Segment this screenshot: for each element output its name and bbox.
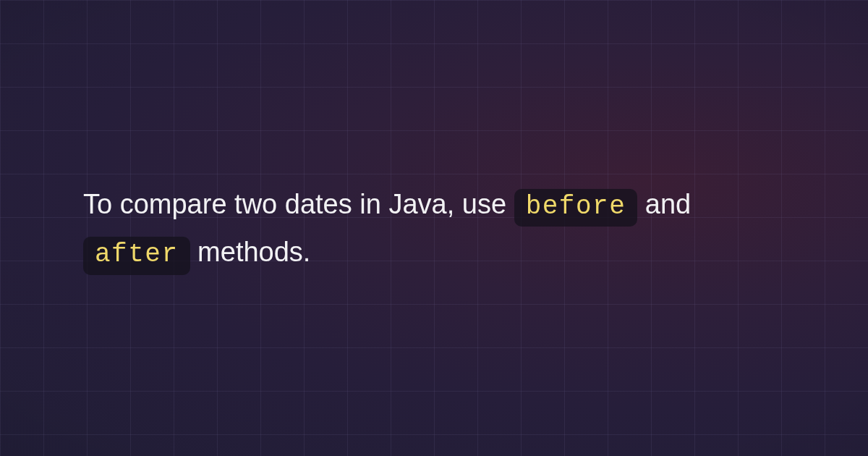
text-segment: and: [645, 189, 691, 219]
code-after: after: [83, 237, 190, 275]
card-container: To compare two dates in Java, use before…: [0, 0, 868, 456]
code-before: before: [514, 189, 638, 227]
content-text: To compare two dates in Java, use before…: [83, 180, 785, 276]
text-segment: To compare two dates in Java, use: [83, 189, 514, 219]
text-segment: methods.: [197, 237, 310, 267]
